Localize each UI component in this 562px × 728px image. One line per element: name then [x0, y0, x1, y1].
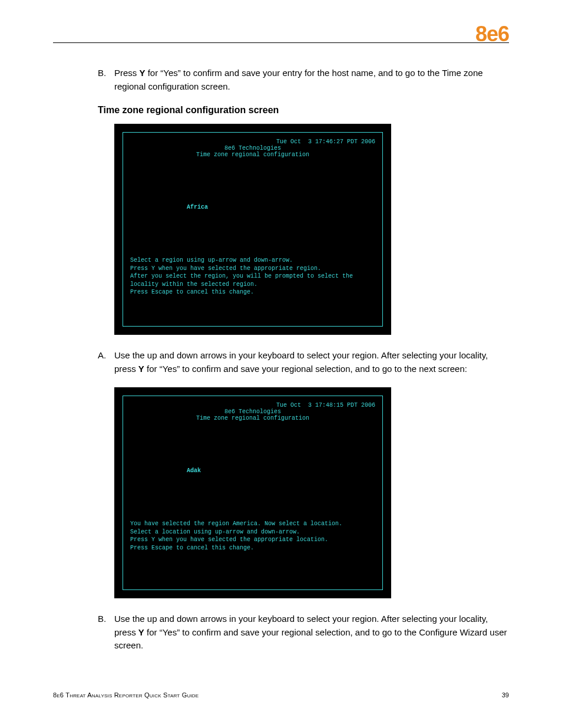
terminal-help: Select a region using up-arrow and down-… [130, 256, 375, 297]
terminal-title: Time zone regional configuration [130, 415, 375, 421]
text-after: for “Yes” to confirm and save your regio… [144, 364, 467, 374]
step-b: B. Use the up and down arrows in your ke… [98, 612, 509, 653]
terminal-frame: Tue Oct 3 17:46:27 PDT 2006 8e6 Technolo… [123, 132, 383, 327]
step-a: A. Use the up and down arrows in your ke… [98, 349, 509, 375]
terminal-date: Tue Oct 3 17:48:15 PDT 2006 [130, 402, 375, 409]
list-marker: A. [98, 349, 114, 375]
page-header: 8e6 [53, 24, 509, 43]
terminal-date: Tue Oct 3 17:46:27 PDT 2006 [130, 139, 375, 145]
terminal-title: Time zone regional configuration [130, 151, 375, 158]
list-body: Press Y for “Yes” to confirm and save yo… [114, 67, 509, 93]
terminal-frame: Tue Oct 3 17:48:15 PDT 2006 8e6 Technolo… [123, 396, 383, 590]
key-y: Y [138, 627, 144, 637]
terminal-selection: Adak [130, 421, 375, 520]
terminal-region-screenshot: Tue Oct 3 17:46:27 PDT 2006 8e6 Technolo… [114, 124, 391, 335]
page-content: B. Press Y for “Yes” to confirm and save… [53, 67, 509, 653]
header-rule [53, 41, 473, 41]
key-y: Y [140, 68, 146, 78]
footer-title: 8e6 Threat Analysis Reporter Quick Start… [53, 691, 199, 699]
terminal-help: You have selected the region America. No… [130, 520, 375, 552]
text-after: for “Yes” to confirm and save your regio… [114, 627, 507, 651]
key-y: Y [138, 364, 144, 374]
list-body: Use the up and down arrows in your keybo… [114, 349, 509, 375]
page-footer: 8e6 Threat Analysis Reporter Quick Start… [53, 691, 509, 699]
list-marker: B. [98, 612, 114, 653]
terminal-company: 8e6 Technologies [130, 145, 375, 151]
page-number: 39 [502, 691, 509, 699]
terminal-company: 8e6 Technologies [130, 409, 375, 415]
terminal-location-screenshot: Tue Oct 3 17:48:15 PDT 2006 8e6 Technolo… [114, 387, 391, 598]
text-before: Press [114, 68, 140, 78]
terminal-selection: Africa [130, 158, 375, 256]
list-marker: B. [98, 67, 114, 93]
section-heading: Time zone regional configuration screen [98, 105, 509, 116]
text-after: for “Yes” to confirm and save your entry… [114, 68, 483, 91]
intro-step-b: B. Press Y for “Yes” to confirm and save… [98, 67, 509, 93]
list-body: Use the up and down arrows in your keybo… [114, 612, 509, 653]
brand-logo: 8e6 [475, 24, 509, 45]
